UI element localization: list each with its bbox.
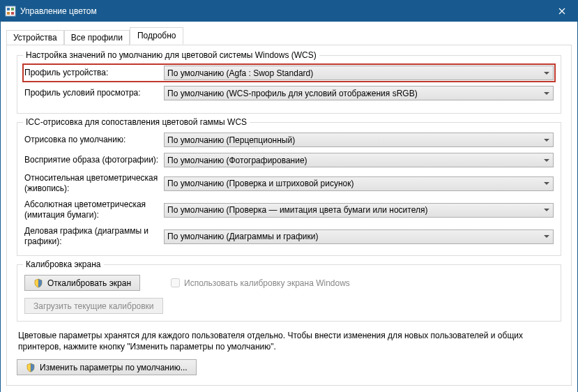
load-current-calibrations-label: Загрузить текущие калибровки: [33, 301, 154, 311]
business-combo[interactable]: По умолчанию (Диаграммы и графики): [164, 229, 554, 244]
device-profile-label: Профиль устройства:: [24, 68, 164, 78]
group-wcs-defaults: Настройка значений по умолчанию для цвет…: [17, 55, 561, 114]
calibrate-screen-label: Откалибровать экран: [47, 278, 131, 288]
tab-panel-advanced: Настройка значений по умолчанию для цвет…: [6, 45, 572, 386]
group-icc-rendering-legend: ICC-отрисовка для сопоставления цветовой…: [23, 117, 250, 127]
titlebar: Управление цветом: [1, 1, 577, 22]
viewing-profile-label: Профиль условий просмотра:: [24, 88, 164, 98]
perceptual-label: Восприятие образа (фотографии):: [24, 155, 164, 165]
app-icon: [5, 6, 16, 17]
absolute-label: Абсолютная цветометрическая (имитация бу…: [24, 199, 164, 220]
group-wcs-defaults-legend: Настройка значений по умолчанию для цвет…: [23, 50, 319, 60]
svg-rect-2: [11, 8, 14, 10]
change-defaults-label: Изменить параметры по умолчанию...: [40, 363, 188, 372]
viewing-profile-combo-wrap: По умолчанию (WCS-профиль для условий от…: [164, 86, 554, 100]
svg-rect-1: [7, 8, 10, 10]
color-management-window: Управление цветом Устройства Все профили…: [0, 0, 578, 392]
change-defaults-button[interactable]: Изменить параметры по умолчанию...: [17, 359, 197, 375]
window-title: Управление цветом: [20, 6, 546, 16]
row-relative: Относительная цветометрическая (живопись…: [24, 173, 554, 194]
shield-icon: [33, 278, 43, 288]
business-label: Деловая графика (диаграммы и графики):: [24, 226, 164, 247]
svg-rect-4: [11, 12, 14, 15]
absolute-combo[interactable]: По умолчанию (Проверка — имитация цвета …: [164, 203, 554, 218]
row-absolute: Абсолютная цветометрическая (имитация бу…: [24, 199, 554, 220]
close-icon: [558, 8, 565, 15]
device-profile-combo[interactable]: По умолчанию (Agfa : Swop Standard): [164, 66, 554, 80]
row-default-render: Отрисовка по умолчанию: По умолчанию (Пе…: [24, 133, 554, 147]
group-icc-rendering: ICC-отрисовка для сопоставления цветовой…: [17, 122, 561, 256]
row-perceptual: Восприятие образа (фотографии): По умолч…: [24, 153, 554, 167]
device-profile-combo-wrap: По умолчанию (Agfa : Swop Standard): [164, 66, 554, 80]
svg-rect-3: [7, 12, 10, 15]
tab-all-profiles[interactable]: Все профили: [64, 30, 130, 45]
use-windows-calibration-checkbox[interactable]: [171, 278, 180, 287]
window-body: Устройства Все профили Подробно Настройк…: [1, 22, 577, 391]
tab-devices[interactable]: Устройства: [6, 30, 64, 45]
perceptual-combo[interactable]: По умолчанию (Фотографирование): [164, 153, 554, 167]
relative-combo[interactable]: По умолчанию (Проверка и штриховой рисун…: [164, 176, 554, 191]
load-current-calibrations-button: Загрузить текущие калибровки: [24, 298, 163, 314]
row-business: Деловая графика (диаграммы и графики): П…: [24, 226, 554, 247]
default-render-combo[interactable]: По умолчанию (Перцепционный): [164, 133, 554, 147]
shield-icon: [26, 363, 36, 372]
calibrate-screen-button[interactable]: Откалибровать экран: [24, 275, 140, 291]
group-screen-calibration: Калибровка экрана Откалибровать экран: [17, 264, 561, 322]
row-viewing-profile: Профиль условий просмотра: По умолчанию …: [24, 86, 554, 100]
tab-bar: Устройства Все профили Подробно: [6, 27, 572, 45]
row-device-profile: Профиль устройства: По умолчанию (Agfa :…: [22, 63, 556, 82]
use-windows-calibration-text: Использовать калибровку экрана Windows: [184, 278, 350, 288]
group-screen-calibration-legend: Калибровка экрана: [23, 259, 104, 269]
use-windows-calibration-label: Использовать калибровку экрана Windows: [168, 276, 350, 289]
relative-label: Относительная цветометрическая (живопись…: [24, 173, 164, 194]
viewing-profile-combo[interactable]: По умолчанию (WCS-профиль для условий от…: [164, 86, 554, 100]
default-render-label: Отрисовка по умолчанию:: [24, 135, 164, 145]
footer-explanation: Цветовые параметры хранятся для каждого …: [18, 330, 560, 352]
close-window-button[interactable]: [546, 1, 577, 22]
tab-advanced[interactable]: Подробно: [130, 27, 184, 45]
